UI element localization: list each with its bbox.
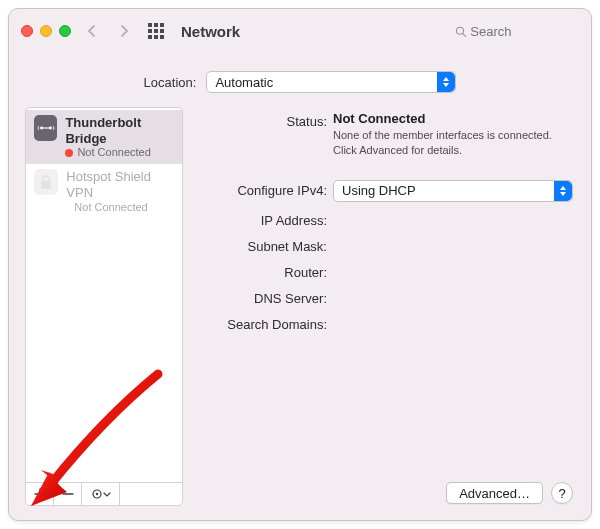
service-name: Thunderbolt Bridge	[65, 115, 174, 146]
advanced-button[interactable]: Advanced…	[446, 482, 543, 504]
router-row: Router:	[193, 262, 573, 280]
back-button[interactable]	[81, 20, 103, 42]
search-domains-row: Search Domains:	[193, 314, 573, 332]
add-service-button[interactable]	[26, 483, 54, 505]
status-label: Status:	[193, 111, 333, 129]
page-title: Network	[181, 23, 240, 40]
services-sidebar: Thunderbolt Bridge Not Connected Hotspot…	[25, 107, 183, 506]
service-name: Hotspot Shield VPN	[66, 169, 174, 200]
svg-rect-4	[41, 181, 51, 189]
svg-line-1	[463, 33, 466, 36]
popup-arrows-icon	[554, 181, 572, 201]
preferences-window: Network Location: Automatic Thunderbolt …	[8, 8, 592, 521]
service-item-thunderbolt[interactable]: Thunderbolt Bridge Not Connected	[26, 110, 182, 164]
service-item-vpn[interactable]: Hotspot Shield VPN Not Connected	[26, 164, 182, 218]
location-popup[interactable]: Automatic	[206, 71, 456, 93]
status-hint: None of the member interfaces is connect…	[333, 128, 573, 158]
router-label: Router:	[193, 262, 333, 280]
grid-icon	[148, 23, 164, 39]
config-ipv4-popup[interactable]: Using DHCP	[333, 180, 573, 202]
subnet-row: Subnet Mask:	[193, 236, 573, 254]
location-row: Location: Automatic	[9, 53, 591, 107]
close-window-button[interactable]	[21, 25, 33, 37]
ip-address-label: IP Address:	[193, 210, 333, 228]
actions-row: Advanced… ?	[193, 482, 573, 506]
gear-dropdown-icon	[91, 488, 111, 500]
services-list: Thunderbolt Bridge Not Connected Hotspot…	[26, 108, 182, 482]
thunderbolt-icon	[34, 115, 57, 141]
status-row: Status: Not Connected None of the member…	[193, 111, 573, 158]
dns-label: DNS Server:	[193, 288, 333, 306]
dns-row: DNS Server:	[193, 288, 573, 306]
svg-point-6	[95, 493, 97, 495]
search-domains-label: Search Domains:	[193, 314, 333, 332]
lock-icon	[34, 169, 58, 195]
forward-button[interactable]	[113, 20, 135, 42]
window-controls	[21, 25, 71, 37]
services-toolbar	[26, 482, 182, 505]
details-pane: Status: Not Connected None of the member…	[193, 107, 575, 506]
zoom-window-button[interactable]	[59, 25, 71, 37]
location-value: Automatic	[215, 75, 273, 90]
service-actions-button[interactable]	[82, 483, 120, 505]
minimize-window-button[interactable]	[40, 25, 52, 37]
help-button[interactable]: ?	[551, 482, 573, 504]
search-input[interactable]	[470, 24, 573, 39]
main-content: Thunderbolt Bridge Not Connected Hotspot…	[9, 107, 591, 520]
location-label: Location:	[144, 75, 197, 90]
ip-address-row: IP Address:	[193, 210, 573, 228]
search-field[interactable]	[449, 20, 579, 42]
status-dot-icon	[65, 149, 73, 157]
show-all-button[interactable]	[145, 20, 167, 42]
config-ipv4-label: Configure IPv4:	[193, 180, 333, 198]
remove-service-button[interactable]	[54, 483, 82, 505]
minus-icon	[62, 488, 74, 500]
subnet-label: Subnet Mask:	[193, 236, 333, 254]
titlebar: Network	[9, 9, 591, 53]
plus-icon	[34, 488, 46, 500]
status-value: Not Connected	[333, 111, 573, 126]
config-ipv4-row: Configure IPv4: Using DHCP	[193, 180, 573, 202]
service-status: Not Connected	[74, 201, 174, 214]
search-icon	[455, 25, 466, 38]
popup-arrows-icon	[437, 72, 455, 92]
config-ipv4-value: Using DHCP	[342, 183, 416, 198]
service-status: Not Connected	[65, 146, 174, 159]
